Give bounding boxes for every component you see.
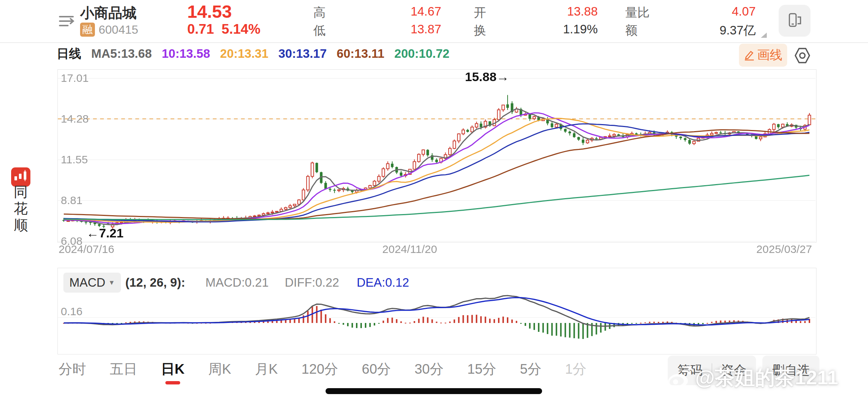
rotate-phone-icon — [785, 11, 804, 30]
x-label-start: 2024/07/16 — [59, 243, 114, 256]
brand-char: 同 — [12, 184, 29, 200]
ma-item-200: 200:10.72 — [395, 47, 450, 61]
ma-item-20: 20:13.31 — [220, 47, 268, 61]
candlestick-canvas[interactable] — [58, 70, 815, 241]
macd-params: (12, 26, 9): — [125, 276, 185, 290]
tab-15分[interactable]: 15分 — [467, 360, 496, 379]
tab-分时[interactable]: 分时 — [59, 360, 86, 379]
quote-header: 小商品城 融 600415 14.53 0.71 5.14% 高 14.67 低… — [0, 0, 868, 43]
volume-ratio-label: 量比 — [625, 4, 650, 21]
tab-五日[interactable]: 五日 — [110, 360, 137, 379]
stock-name: 小商品城 — [80, 4, 136, 23]
collapse-menu-icon[interactable] — [58, 13, 75, 30]
tab-30分[interactable]: 30分 — [415, 360, 443, 379]
diff-value: DIFF:0.22 — [285, 276, 339, 290]
open-value: 13.88 — [509, 4, 598, 19]
macd-selector-label: MACD — [69, 276, 105, 290]
turnover-value: 1.19% — [509, 22, 598, 36]
rotate-screen-button[interactable] — [779, 5, 811, 37]
ma-item-60: 60:13.11 — [337, 47, 384, 61]
ma-item-10: 10:13.58 — [162, 47, 210, 61]
stock-code: 600415 — [99, 23, 138, 37]
y-tick-8.81: 8.81 — [61, 194, 82, 207]
tab-120分[interactable]: 120分 — [301, 360, 338, 379]
low-label: 低 — [313, 22, 326, 39]
stock-code-row: 融 600415 — [80, 22, 138, 37]
tab-周K[interactable]: 周K — [208, 360, 231, 379]
x-label-end: 2025/03/27 — [704, 243, 812, 256]
brand-char: 顺 — [12, 217, 29, 234]
tab-月K[interactable]: 月K — [255, 360, 278, 379]
tab-日K[interactable]: 日K — [161, 360, 185, 379]
home-indicator-bar[interactable] — [326, 388, 542, 394]
low-value: 13.87 — [352, 22, 441, 36]
ma-values-list: MA5:13.6810:13.5820:13.3130:13.1760:13.1… — [91, 47, 449, 61]
macd-value: MACD:0.21 — [205, 276, 269, 290]
tab-5分[interactable]: 5分 — [520, 360, 541, 379]
tab-60分[interactable]: 60分 — [362, 360, 391, 379]
pencil-icon — [744, 50, 755, 61]
y-tick-11.55: 11.55 — [61, 153, 88, 166]
brand-vertical-text: 同花顺 — [12, 184, 29, 234]
dea-value: DEA:0.12 — [357, 276, 409, 290]
ma-item-5: MA5:13.68 — [91, 47, 152, 61]
y-tick-14.28: 14.28 — [61, 113, 89, 125]
candlestick-chart-panel: 17.0114.2811.558.816.08 15.88→ ←7.21 — [57, 69, 816, 243]
turnover-label: 换 — [474, 22, 486, 39]
draw-line-label: 画线 — [757, 47, 782, 64]
amount-expander-icon[interactable] — [761, 33, 767, 38]
draw-line-button[interactable]: 画线 — [739, 44, 787, 67]
price-change: 0.71 5.14% — [187, 21, 260, 37]
weibo-watermark: @茶姐的茶1211 — [666, 364, 838, 391]
period-low-annotation: ←7.21 — [86, 226, 123, 240]
high-value: 14.67 — [352, 4, 441, 19]
x-label-mid: 2024/11/20 — [354, 243, 465, 256]
last-price: 14.53 — [187, 1, 232, 22]
watermark-text: @茶姐的茶1211 — [695, 364, 838, 391]
period-high-annotation: 15.88→ — [465, 70, 509, 84]
y-tick-17.01: 17.01 — [61, 72, 89, 84]
x-axis-labels: 2024/07/16 2024/11/20 2025/03/27 — [57, 243, 816, 256]
high-label: 高 — [313, 4, 326, 21]
weibo-icon — [666, 366, 693, 390]
macd-selector-button[interactable]: MACD ▼ — [63, 273, 121, 293]
margin-badge: 融 — [80, 23, 95, 37]
macd-canvas[interactable] — [58, 293, 815, 353]
period-label: 日线 — [57, 46, 81, 62]
macd-panel: MACD ▼ (12, 26, 9): MACD:0.21 DIFF:0.22 … — [57, 268, 816, 354]
stock-app-screen: 小商品城 融 600415 14.53 0.71 5.14% 高 14.67 低… — [0, 0, 868, 400]
brand-char: 花 — [12, 200, 29, 217]
ma-item-30: 30:13.17 — [278, 47, 327, 61]
tab-1分[interactable]: 1分 — [565, 360, 587, 379]
amount-value: 9.37亿 — [667, 22, 756, 39]
period-tab-bar: 分时五日日K周K月K120分60分30分15分5分1分 — [59, 356, 586, 382]
open-label: 开 — [474, 4, 486, 21]
chart-settings-icon[interactable] — [793, 46, 812, 65]
amount-label: 额 — [625, 22, 637, 39]
chevron-down-icon: ▼ — [108, 279, 115, 287]
volume-ratio-value: 4.07 — [667, 4, 756, 19]
ma-indicator-bar: 日线 MA5:13.6810:13.5820:13.3130:13.1760:1… — [57, 45, 449, 62]
